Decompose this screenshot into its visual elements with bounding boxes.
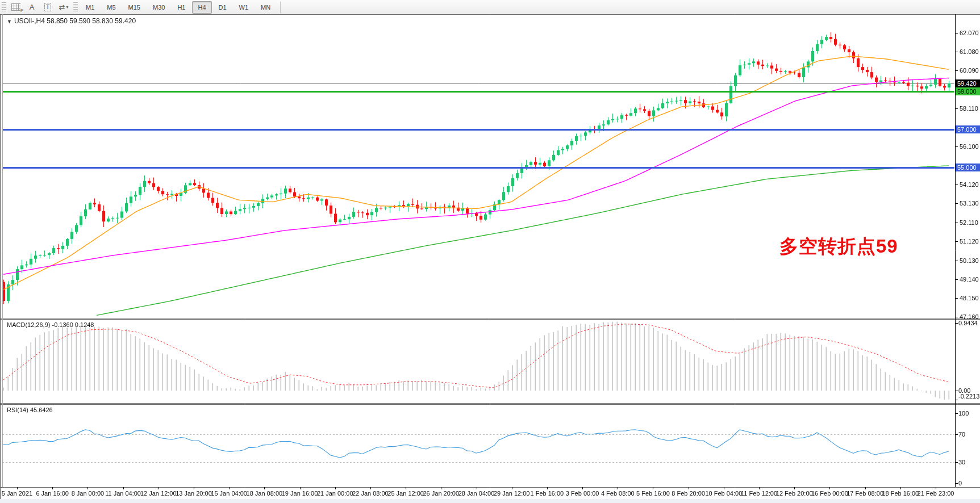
rsi-axis-tick: 100: [958, 410, 969, 417]
price-level-label-55.000[interactable]: 55.000: [956, 164, 980, 171]
price-axis-tick: 60.090: [960, 67, 979, 74]
time-axis-label: 28 Jan 04:00: [458, 490, 495, 497]
time-axis-label: 17 Feb 08:00: [846, 490, 883, 497]
time-axis-label: 6 Jan 16:00: [36, 490, 69, 497]
time-axis-label: 8 Jan 00:00: [72, 490, 105, 497]
time-axis-label: 19 Jan 16:00: [282, 490, 318, 497]
macd-axis-tick: -0.2213: [958, 393, 979, 400]
time-axis-label: 22 Jan 08:00: [352, 490, 389, 497]
price-level-label-57.000[interactable]: 57.000: [956, 125, 980, 133]
price-axis-tick: 51.120: [960, 238, 979, 245]
time-axis-label: 1 Feb 16:00: [531, 490, 564, 497]
rsi-axis-tick: 0: [958, 480, 962, 487]
price-axis-tick: 53.130: [960, 200, 979, 207]
price-axis-tick: 49.140: [960, 276, 979, 283]
price-axis-tick: 50.130: [960, 257, 979, 264]
time-axis-label: 18 Jan 08:00: [247, 490, 283, 497]
price-axis-tick: 61.080: [960, 48, 979, 55]
trading-platform-window: F A T ⇄ ▾ M1M5M15M30H1H4D1W1MN ▼USOil-,H…: [0, 0, 980, 503]
time-axis-label: 21 Feb 23:00: [918, 490, 954, 497]
price-level-label-59.420[interactable]: 59.420: [956, 79, 980, 87]
time-axis-label: 5 Jan 2021: [2, 490, 32, 497]
time-axis-label: 29 Jan 12:00: [494, 490, 530, 497]
rsi-axis-tick: 70: [958, 431, 965, 438]
macd-indicator-label: MACD(12,26,9) -0.1360 0.1248: [7, 321, 94, 328]
symbol-ohlc-text: USOil-,H4 58.850 59.590 58.830 59.420: [14, 17, 136, 25]
time-axis-label: 12 Feb 20:00: [776, 490, 813, 497]
time-axis-label: 10 Feb 04:00: [705, 490, 742, 497]
price-level-label-59.000[interactable]: 59.000: [956, 87, 980, 95]
time-axis-label: 21 Jan 00:00: [317, 490, 353, 497]
window-bottom-edge: [0, 499, 980, 503]
time-axis-label: 18 Feb 16:00: [882, 490, 919, 497]
price-axis-tick: 62.070: [960, 30, 979, 36]
time-axis-label: 3 Feb 00:00: [566, 490, 599, 497]
time-axis-label: 25 Jan 12:00: [387, 490, 424, 497]
price-axis-tick: 48.150: [960, 295, 979, 301]
price-axis-tick: 52.110: [960, 219, 978, 226]
time-axis-label: 11 Feb 12:00: [741, 490, 777, 497]
price-axis-tick: 56.100: [960, 143, 979, 150]
rsi-indicator-label: RSI(14) 45.6426: [7, 406, 53, 413]
time-axis-label: 13 Jan 20:00: [176, 490, 212, 497]
time-axis-label: 12 Jan 12:00: [140, 490, 177, 497]
time-axis-label: 4 Feb 08:00: [601, 490, 635, 497]
rsi-axis-tick: 30: [958, 459, 965, 466]
macd-axis-tick: 0.9434: [958, 320, 978, 326]
time-axis-label: 5 Feb 16:00: [636, 490, 670, 497]
collapse-chart-icon[interactable]: ▼: [7, 19, 12, 24]
chart-title: ▼USOil-,H4 58.850 59.590 58.830 59.420: [7, 17, 136, 25]
chart-text-annotation[interactable]: 多空转折点59: [779, 234, 898, 259]
price-axis-tick: 58.110: [960, 105, 978, 112]
price-axis-tick: 54.120: [960, 181, 979, 188]
time-axis-label: 8 Feb 20:00: [672, 490, 705, 497]
time-axis-label: 11 Jan 04:00: [105, 490, 141, 497]
time-axis-label: 15 Jan 04:00: [211, 490, 247, 497]
time-axis-label: 26 Jan 20:00: [423, 490, 459, 497]
time-axis-label: 16 Feb 00:00: [811, 490, 848, 497]
